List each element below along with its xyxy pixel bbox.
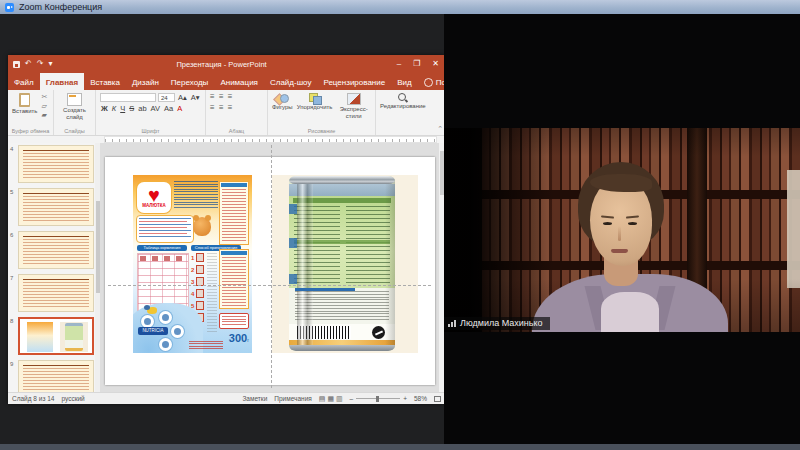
slide-thumbnails-panel: 4 5 6 7 8 (8, 143, 100, 392)
font-color-icon[interactable]: A (176, 105, 183, 113)
thumbnail-row: 5 (8, 188, 100, 226)
language-indicator[interactable]: русский (61, 395, 84, 402)
change-case-icon[interactable]: Aa (163, 105, 174, 113)
formula-can-photo[interactable] (272, 175, 418, 353)
comments-toggle[interactable]: Примечания (274, 395, 312, 402)
badge-circle (159, 338, 172, 351)
step-icon (196, 253, 204, 262)
zoom-out-button[interactable]: – (350, 395, 354, 402)
vertical-guide (271, 145, 272, 388)
tab-design[interactable]: Дизайн (126, 73, 165, 90)
underline-button[interactable]: Ч (119, 105, 126, 113)
slide-thumbnail-8-selected[interactable] (18, 317, 94, 355)
slide-thumbnail-5[interactable] (18, 188, 94, 226)
minimize-button[interactable]: – (391, 58, 407, 70)
person-eye (603, 222, 612, 225)
character-spacing-icon[interactable]: AV (150, 105, 161, 113)
fern-logo (372, 326, 385, 339)
grow-font-icon[interactable]: А▴ (177, 94, 188, 102)
thumbnail-text-lines (23, 149, 89, 179)
zoom-window-title: Zoom Конференция (19, 2, 102, 12)
thumbnail-text-lines (23, 364, 89, 392)
group-label-clipboard: Буфер обмена (8, 128, 53, 134)
zoom-app-icon (5, 3, 14, 12)
zoom-slider[interactable] (356, 398, 400, 399)
bullets-numbering-icons[interactable]: ≡ ≡ ≡ (210, 93, 233, 101)
group-label-drawing: Рисование (268, 128, 375, 134)
malyutka-package-image[interactable]: ♥ МАЛЮТКА Таблица кормления Способ приго… (133, 175, 252, 353)
quick-styles-icon (347, 93, 361, 105)
teddy-bear-illustration (193, 217, 211, 236)
tab-animations[interactable]: Анимация (214, 73, 264, 90)
package-info-box (136, 215, 194, 243)
group-drawing: Фигуры Упорядочить Экспресс-стили Рисова… (268, 90, 376, 135)
find-icon (398, 93, 407, 102)
can-blue-header (295, 288, 355, 291)
tab-file[interactable]: Файл (8, 73, 40, 90)
copy-icon[interactable]: ▱ (41, 102, 47, 109)
group-paragraph: ≡ ≡ ≡ ≡ ≡ ≡ Абзац (206, 90, 268, 135)
format-painter-icon[interactable]: ▰ (41, 111, 47, 118)
slide-thumbnail-7[interactable] (18, 274, 94, 312)
restore-button[interactable]: ❐ (407, 58, 426, 70)
group-slides: Создать слайд Слайды (54, 90, 96, 135)
video-panel: Людмила Махинько (444, 14, 800, 444)
notes-toggle[interactable]: Заметки (242, 395, 267, 402)
text-shadow-icon[interactable]: ab (137, 105, 147, 113)
tab-slideshow[interactable]: Слайд-шоу (264, 73, 317, 90)
can-blue-tab (289, 204, 297, 214)
zoom-titlebar: Zoom Конференция (0, 0, 800, 14)
shrink-font-icon[interactable]: А▾ (190, 94, 201, 102)
powerpoint-window: ↶ ↷ ▾ Презентация - PowerPoint – ❐ ✕ Фай… (8, 55, 445, 404)
editing-button[interactable]: Редактирование (380, 93, 426, 110)
cut-icon[interactable]: ✂ (41, 93, 47, 100)
new-slide-button[interactable]: Создать слайд (58, 93, 91, 120)
alignment-icons[interactable]: ≡ ≡ ≡ (210, 104, 233, 112)
tab-insert[interactable]: Вставка (84, 73, 126, 90)
fit-slide-icon[interactable] (434, 396, 441, 402)
save-icon[interactable] (13, 61, 20, 68)
participant-video-tile[interactable]: Людмила Махинько (444, 128, 800, 332)
ppt-titlebar: ↶ ↷ ▾ Презентация - PowerPoint – ❐ ✕ (8, 55, 445, 73)
strikethrough-button[interactable]: S (128, 105, 135, 113)
slide-thumbnail-4[interactable] (18, 145, 94, 183)
feeding-table-header: Таблица кормления (137, 245, 187, 251)
bird-illustration (147, 307, 157, 314)
tab-transitions[interactable]: Переходы (165, 73, 215, 90)
taskbar-strip (0, 444, 800, 450)
scrollbar-thumb[interactable] (96, 201, 100, 293)
person-mouth (611, 249, 628, 253)
paste-button[interactable]: Вставить (12, 93, 37, 115)
step-icon (196, 265, 204, 274)
lightbulb-icon (424, 78, 433, 87)
close-button[interactable]: ✕ (426, 58, 445, 70)
expiry-box (219, 313, 249, 329)
zoom-control: – + (350, 395, 407, 402)
tab-review[interactable]: Рецензирование (317, 73, 391, 90)
italic-button[interactable]: К (111, 105, 117, 113)
slide-number: 4 (10, 146, 13, 152)
tab-home[interactable]: Главная (40, 73, 85, 90)
redo-icon[interactable]: ↷ (37, 60, 44, 68)
can-bottom-rim (289, 345, 395, 351)
collapse-ribbon-icon[interactable]: ⌃ (437, 125, 443, 133)
audio-signal-icon (448, 320, 456, 328)
zoom-in-button[interactable]: + (403, 395, 407, 402)
slide-thumbnail-9[interactable] (18, 360, 94, 392)
tab-view[interactable]: Вид (391, 73, 417, 90)
arrange-icon (309, 93, 321, 103)
font-name-combo[interactable] (100, 93, 156, 102)
font-size-combo[interactable]: 24 (158, 93, 175, 102)
arrange-button[interactable]: Упорядочить (297, 93, 333, 111)
slide-thumbnail-6[interactable] (18, 231, 94, 269)
formula-can (289, 176, 395, 351)
shapes-button[interactable]: Фигуры (272, 93, 293, 111)
bold-button[interactable]: Ж (100, 105, 109, 113)
screen: Zoom Конференция ↶ ↷ ▾ Презентация - Pow… (0, 0, 800, 450)
undo-icon[interactable]: ↶ (25, 60, 32, 68)
thumbnail-row: 8 (8, 317, 100, 355)
can-blue-tab (289, 238, 297, 248)
view-mode-icons[interactable]: ▤ ▦ ▥ (319, 395, 343, 403)
zoom-percent[interactable]: 58% (414, 395, 427, 402)
quick-styles-button[interactable]: Экспресс-стили (336, 93, 371, 119)
